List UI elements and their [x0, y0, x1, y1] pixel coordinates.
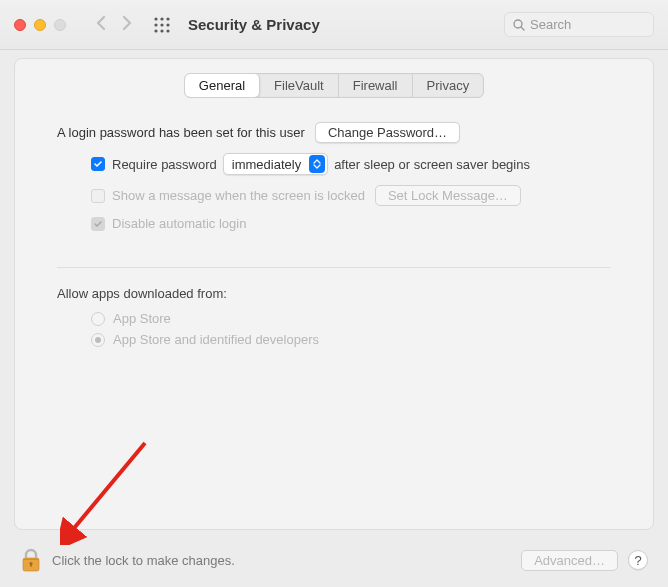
- require-password-checkbox[interactable]: [91, 157, 105, 171]
- search-wrap: [504, 12, 654, 37]
- dropdown-value: immediately: [232, 157, 301, 172]
- disable-auto-login-checkbox: [91, 217, 105, 231]
- show-message-label: Show a message when the screen is locked: [112, 188, 365, 203]
- svg-point-3: [154, 23, 157, 26]
- svg-rect-14: [30, 564, 32, 567]
- disable-auto-login-label: Disable automatic login: [112, 216, 246, 231]
- search-input[interactable]: [530, 17, 645, 32]
- minimize-window-button[interactable]: [34, 19, 46, 31]
- chevron-updown-icon: [309, 155, 325, 173]
- allow-apps-label: Allow apps downloaded from:: [57, 286, 611, 301]
- require-password-after-text: after sleep or screen saver begins: [334, 157, 530, 172]
- window-title: Security & Privacy: [188, 16, 320, 33]
- segmented-tabs: General FileVault Firewall Privacy: [184, 73, 484, 98]
- radio-appstore: [91, 312, 105, 326]
- svg-line-10: [521, 27, 524, 30]
- set-lock-message-button: Set Lock Message…: [375, 185, 521, 206]
- footer-right: Advanced… ?: [521, 550, 648, 571]
- radio-appstore-identified-label: App Store and identified developers: [113, 332, 319, 347]
- svg-point-5: [166, 23, 169, 26]
- lock-text: Click the lock to make changes.: [52, 553, 235, 568]
- search-icon: [513, 19, 525, 31]
- svg-point-1: [160, 17, 163, 20]
- tab-general[interactable]: General: [185, 74, 260, 97]
- show-all-icon[interactable]: [154, 17, 170, 33]
- help-button[interactable]: ?: [628, 550, 648, 570]
- forward-button[interactable]: [121, 15, 132, 34]
- radio-appstore-identified-row: App Store and identified developers: [91, 332, 611, 347]
- login-password-text: A login password has been set for this u…: [57, 125, 305, 140]
- require-password-row: Require password immediately after sleep…: [91, 153, 611, 175]
- tab-filevault[interactable]: FileVault: [260, 74, 339, 97]
- svg-point-2: [166, 17, 169, 20]
- lock-icon[interactable]: [20, 548, 42, 572]
- search-field[interactable]: [504, 12, 654, 37]
- back-button[interactable]: [96, 15, 107, 34]
- general-tab-content: A login password has been set for this u…: [15, 98, 653, 363]
- show-message-checkbox: [91, 189, 105, 203]
- show-message-row: Show a message when the screen is locked…: [91, 185, 611, 206]
- radio-appstore-identified: [91, 333, 105, 347]
- require-password-delay-dropdown[interactable]: immediately: [223, 153, 328, 175]
- tab-privacy[interactable]: Privacy: [413, 74, 484, 97]
- svg-point-4: [160, 23, 163, 26]
- svg-point-0: [154, 17, 157, 20]
- tab-firewall[interactable]: Firewall: [339, 74, 413, 97]
- zoom-window-button[interactable]: [54, 19, 66, 31]
- tabs-row: General FileVault Firewall Privacy: [15, 73, 653, 98]
- change-password-button[interactable]: Change Password…: [315, 122, 460, 143]
- divider: [57, 267, 611, 268]
- disable-auto-login-row: Disable automatic login: [91, 216, 611, 231]
- svg-point-6: [154, 29, 157, 32]
- content-pane: General FileVault Firewall Privacy A log…: [14, 58, 654, 530]
- titlebar: Security & Privacy: [0, 0, 668, 50]
- radio-appstore-label: App Store: [113, 311, 171, 326]
- login-password-row: A login password has been set for this u…: [57, 122, 611, 143]
- require-password-label: Require password: [112, 157, 217, 172]
- nav-arrows: [96, 15, 132, 34]
- svg-point-7: [160, 29, 163, 32]
- radio-appstore-row: App Store: [91, 311, 611, 326]
- traffic-lights: [14, 19, 66, 31]
- close-window-button[interactable]: [14, 19, 26, 31]
- footer: Click the lock to make changes. Advanced…: [0, 533, 668, 587]
- advanced-button: Advanced…: [521, 550, 618, 571]
- svg-point-8: [166, 29, 169, 32]
- svg-rect-12: [24, 559, 39, 560]
